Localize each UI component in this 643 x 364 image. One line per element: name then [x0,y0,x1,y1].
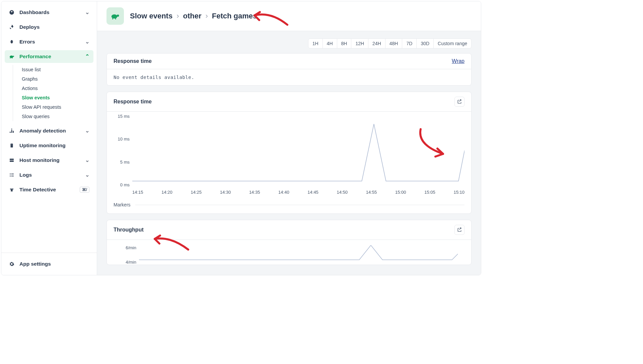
svg-rect-18 [10,189,14,190]
range-custom[interactable]: Custom range [434,39,471,48]
panel-throughput: Throughput 6/min 4/min [106,220,472,265]
svg-rect-19 [11,189,12,191]
logs-icon [9,172,15,178]
sidebar-item-label: Errors [19,39,35,45]
sidebar-item-label: Performance [19,54,51,60]
sidebar-subitem-issue-list[interactable]: Issue list [19,65,93,74]
x-axis-labels: 14:15 14:20 14:25 14:30 14:35 14:40 14:4… [132,190,465,195]
sidebar-subitem-graphs[interactable]: Graphs [19,74,93,84]
svg-point-0 [10,56,13,58]
range-1h[interactable]: 1H [308,39,323,48]
sidebar-item-label: Uptime monitoring [19,143,66,149]
wrap-toggle[interactable]: Wrap [452,58,465,64]
panel-response-details: Response time Wrap No event details avai… [106,53,472,86]
svg-point-20 [112,14,118,19]
sidebar-subitems-performance: Issue list Graphs Actions Slow events Sl… [13,65,93,121]
main-content: Slow events › other › Fetch games 1H 4H … [97,1,481,275]
range-12h[interactable]: 12H [351,39,368,48]
svg-rect-15 [11,175,14,175]
range-24h[interactable]: 24H [368,39,385,48]
chevron-down-icon: ⌄ [85,128,89,134]
gear-icon [9,261,15,267]
chevron-down-icon: ⌄ [85,9,89,15]
sidebar-subitem-slow-api-requests[interactable]: Slow API requests [19,102,93,112]
markers-label: Markers [114,202,131,207]
keyboard-shortcut: ⌘/ [80,187,89,193]
panel-title: Throughput [114,227,144,233]
svg-rect-13 [11,173,14,174]
time-range-selector: 1H 4H 8H 12H 24H 48H 7D 30D Custom range [106,38,472,49]
svg-rect-12 [10,173,11,174]
sidebar-item-errors[interactable]: Errors ⌄ [5,35,93,48]
sidebar-item-app-settings[interactable]: App settings [5,258,93,270]
sidebar-item-label: Logs [19,172,32,178]
panel-response-chart: Response time 15 ms 10 ms 5 ms 0 ms [106,92,472,214]
export-button[interactable] [454,225,465,235]
svg-point-7 [11,128,12,129]
svg-rect-22 [112,18,113,19]
export-button[interactable] [454,97,465,107]
breadcrumb-item: Fetch games [212,12,257,20]
rocket-icon [9,24,15,30]
sidebar: Dashboards ⌄ Deploys Errors ⌄ P [1,1,97,275]
sidebar-item-time-detective[interactable]: Time Detective ⌘/ [5,183,93,196]
range-7d[interactable]: 7D [402,39,417,48]
svg-rect-16 [10,176,11,176]
sidebar-item-uptime-monitoring[interactable]: Uptime monitoring [5,139,93,152]
svg-rect-11 [10,161,14,162]
chevron-right-icon: › [205,12,208,20]
detective-icon [9,187,15,192]
y-axis-labels: 6/min 4/min [120,245,136,265]
page-header: Slow events › other › Fetch games [97,1,481,31]
bug-icon [9,39,15,44]
svg-rect-17 [11,176,14,176]
gauge-icon [9,10,15,15]
breadcrumb: Slow events › other › Fetch games [130,12,257,20]
range-8h[interactable]: 8H [337,39,352,48]
sidebar-item-performance[interactable]: Performance ⌃ [5,50,93,63]
range-30d[interactable]: 30D [417,39,434,48]
svg-rect-4 [10,132,11,133]
sidebar-item-anomaly-detection[interactable]: Anomaly detection ⌄ [5,124,93,137]
svg-rect-23 [115,18,116,19]
sidebar-item-label: Time Detective [19,187,56,193]
panel-title: Response time [114,99,152,105]
range-48h[interactable]: 48H [385,39,403,48]
uptime-icon [9,143,15,148]
sidebar-subitem-slow-queries[interactable]: Slow queries [19,112,93,121]
sidebar-item-label: Deploys [19,24,40,30]
breadcrumb-item[interactable]: other [183,12,201,20]
svg-rect-3 [12,58,13,59]
svg-rect-5 [11,130,12,133]
sidebar-subitem-actions[interactable]: Actions [19,84,93,93]
chevron-down-icon: ⌄ [85,157,89,163]
sidebar-item-label: Dashboards [19,9,50,15]
empty-message: No event details available. [107,69,471,85]
sidebar-item-host-monitoring[interactable]: Host monitoring ⌄ [5,154,93,167]
svg-point-1 [13,56,14,57]
sidebar-item-label: Host monitoring [19,157,60,163]
sidebar-item-dashboards[interactable]: Dashboards ⌄ [5,6,93,19]
response-time-chart[interactable]: 15 ms 10 ms 5 ms 0 ms 14:15 14:20 14:25 [107,112,471,199]
svg-rect-6 [13,131,14,133]
sidebar-item-label: App settings [19,261,51,267]
sidebar-item-label: Anomaly detection [19,128,66,134]
panel-title: Response time [114,58,152,64]
chevron-down-icon: ⌄ [85,172,89,178]
svg-rect-8 [11,144,13,148]
svg-rect-2 [10,58,11,59]
svg-point-9 [11,145,12,145]
markers-row: Markers [107,199,471,213]
chevron-down-icon: ⌄ [85,39,89,45]
breadcrumb-item[interactable]: Slow events [130,12,172,20]
host-icon [9,158,15,163]
range-4h[interactable]: 4H [323,39,337,48]
anomaly-icon [9,128,15,133]
throughput-chart[interactable]: 6/min 4/min [114,245,465,265]
chevron-up-icon: ⌃ [85,54,89,60]
chevron-right-icon: › [176,12,179,20]
sidebar-item-deploys[interactable]: Deploys [5,21,93,33]
turtle-icon [106,7,124,25]
sidebar-subitem-slow-events[interactable]: Slow events [19,93,93,102]
sidebar-item-logs[interactable]: Logs ⌄ [5,169,93,181]
